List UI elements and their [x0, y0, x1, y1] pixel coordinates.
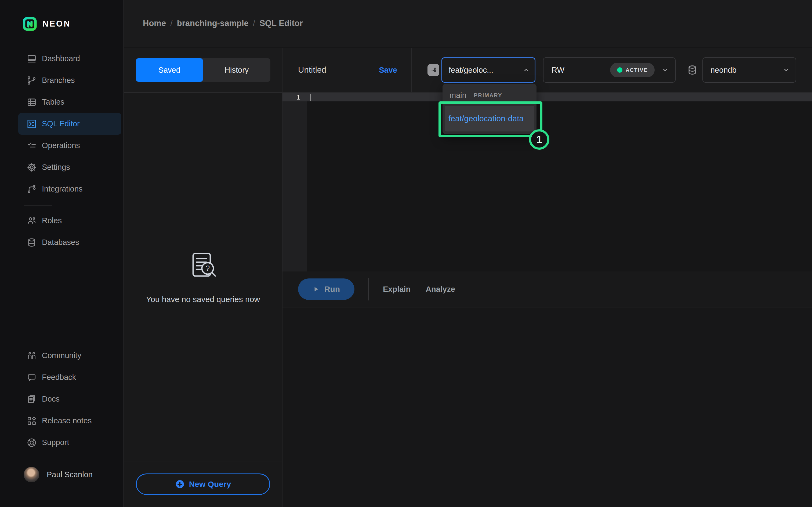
sidebar-item-label: Release notes — [42, 416, 92, 425]
sidebar-item-label: Databases — [42, 238, 79, 247]
code-editor[interactable]: 1 — [283, 93, 812, 272]
sidebar-item-label: SQL Editor — [42, 119, 80, 128]
compute-select-value: RW — [552, 66, 564, 74]
new-query-button[interactable]: New Query — [136, 473, 270, 495]
sql-editor-column: 1 Run Explain Analyze — [283, 93, 812, 507]
sidebar-item-dashboard[interactable]: Dashboard — [18, 48, 121, 69]
plus-circle-icon — [175, 480, 185, 489]
sidebar-item-label: Settings — [42, 163, 70, 172]
database-select[interactable]: neondb — [702, 57, 796, 82]
status-badge: ACTIVE — [610, 63, 655, 77]
svg-text:?: ? — [205, 264, 210, 273]
dashboard-icon — [27, 54, 37, 64]
editor-gutter — [283, 93, 307, 272]
save-button[interactable]: Save — [379, 66, 397, 74]
sidebar-item-label: Integrations — [42, 184, 83, 193]
sidebar-nav-secondary: Roles Databases — [0, 210, 123, 253]
user-name: Paul Scanlon — [47, 470, 93, 479]
user-menu[interactable]: Paul Scanlon — [23, 467, 93, 482]
chevron-up-icon — [523, 66, 530, 73]
brand-name: NEON — [42, 19, 71, 29]
database-icon — [686, 64, 698, 76]
integrations-icon — [27, 184, 37, 194]
breadcrumb-separator: / — [170, 18, 173, 28]
app-window: NEON Dashboard Branches Tables — [0, 0, 812, 507]
breadcrumb: Home / branching-sample / SQL Editor — [143, 18, 303, 28]
tab-saved[interactable]: Saved — [136, 58, 203, 82]
sidebar-item-branches[interactable]: Branches — [18, 69, 121, 91]
query-title[interactable]: Untitled — [298, 65, 326, 75]
content-area: ? You have no saved queries now New Quer… — [124, 93, 812, 507]
tab-history[interactable]: History — [203, 58, 270, 82]
line-number: 1 — [283, 93, 307, 101]
branch-option-feature[interactable]: feat/geolocation-data — [445, 106, 535, 131]
chevron-down-icon — [783, 66, 790, 73]
text-cursor — [310, 94, 311, 101]
empty-state: ? You have no saved queries now — [124, 93, 282, 461]
sidebar-item-settings[interactable]: Settings — [18, 156, 121, 178]
sidebar-item-operations[interactable]: Operations — [18, 135, 121, 156]
sidebar-item-databases[interactable]: Databases — [18, 231, 121, 253]
sidebar-item-label: Dashboard — [42, 54, 80, 63]
sidebar: NEON Dashboard Branches Tables — [0, 0, 123, 507]
saved-history-tabs-section: Saved History — [124, 48, 283, 92]
run-button[interactable]: Run — [298, 278, 354, 300]
compute-select[interactable]: RW ACTIVE — [543, 57, 675, 82]
sidebar-item-roles[interactable]: Roles — [18, 210, 121, 231]
branch-icon — [429, 66, 437, 74]
tables-icon — [27, 97, 37, 107]
breadcrumb-separator: / — [253, 18, 255, 28]
feedback-icon — [27, 373, 37, 382]
query-title-section: Untitled Save — [283, 48, 412, 92]
sidebar-item-label: Roles — [42, 216, 62, 225]
support-icon — [27, 438, 37, 447]
sidebar-item-label: Feedback — [42, 373, 76, 382]
breadcrumb-home[interactable]: Home — [143, 18, 166, 28]
editor-toolbar: Run Explain Analyze — [283, 272, 812, 307]
sidebar-item-label: Branches — [42, 76, 75, 85]
status-text: ACTIVE — [626, 67, 648, 73]
new-query-label: New Query — [189, 480, 231, 489]
branches-icon — [27, 76, 37, 85]
empty-state-text: You have no saved queries now — [146, 295, 260, 304]
operations-icon — [27, 141, 37, 151]
branch-option-main-label: main — [450, 91, 466, 100]
branch-dropdown-menu: main PRIMARY feat/geolocation-data — [443, 84, 537, 134]
sidebar-item-label: Operations — [42, 141, 80, 150]
branch-select-value: feat/geoloc... — [449, 66, 493, 74]
sidebar-item-release-notes[interactable]: Release notes — [18, 410, 121, 432]
sidebar-item-community[interactable]: Community — [18, 345, 121, 367]
sidebar-nav-main: Dashboard Branches Tables SQL Editor — [0, 48, 123, 200]
sidebar-item-tables[interactable]: Tables — [18, 91, 121, 113]
toolbar-divider — [368, 278, 369, 300]
query-list-tabs: Saved History — [136, 58, 270, 82]
neon-logo[interactable]: NEON — [22, 17, 71, 31]
breadcrumb-project[interactable]: branching-sample — [177, 18, 249, 28]
explain-button[interactable]: Explain — [383, 285, 411, 294]
docs-icon — [27, 394, 37, 404]
sidebar-item-support[interactable]: Support — [18, 432, 121, 453]
neon-logo-icon — [22, 17, 37, 31]
sidebar-nav-footer: Community Feedback Docs — [0, 345, 123, 453]
play-icon — [313, 286, 319, 293]
analyze-button[interactable]: Analyze — [425, 285, 455, 294]
sidebar-item-docs[interactable]: Docs — [18, 388, 121, 410]
sql-editor-icon — [27, 119, 37, 129]
branch-action-button[interactable] — [427, 64, 439, 76]
panel-footer: New Query — [124, 461, 282, 507]
branch-option-main[interactable]: main PRIMARY — [445, 88, 535, 103]
main-area: Home / branching-sample / SQL Editor Sav… — [124, 0, 812, 507]
breadcrumb-bar: Home / branching-sample / SQL Editor — [124, 0, 812, 47]
database-select-value: neondb — [711, 66, 737, 74]
run-label: Run — [324, 285, 340, 294]
branch-select[interactable]: feat/geoloc... — [442, 57, 536, 82]
no-saved-queries-icon: ? — [187, 250, 219, 282]
chevron-down-icon — [662, 66, 669, 73]
saved-queries-panel: ? You have no saved queries now New Quer… — [124, 93, 283, 507]
release-notes-icon — [27, 416, 37, 426]
sidebar-item-label: Tables — [42, 98, 64, 107]
sidebar-item-integrations[interactable]: Integrations — [18, 178, 121, 200]
sidebar-item-feedback[interactable]: Feedback — [18, 367, 121, 388]
roles-icon — [27, 216, 37, 226]
sidebar-item-sql-editor[interactable]: SQL Editor — [18, 113, 121, 135]
